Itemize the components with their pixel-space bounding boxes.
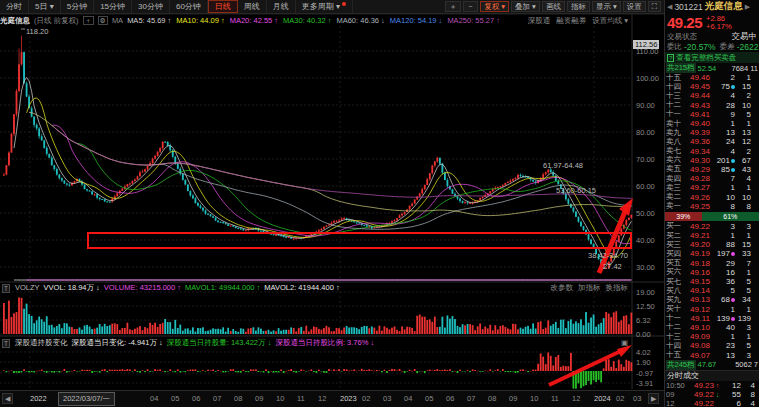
indicator-axis-label: 1.90 (636, 358, 651, 367)
time-axis-tick: 2024 (594, 394, 611, 403)
sell-depth-tag: 共215档 (666, 63, 696, 73)
toolbar-button[interactable]: 复权 ▾ (480, 1, 509, 12)
price-axis-label: 50.00 (636, 209, 655, 218)
prev-stock-icon[interactable]: ◀ (667, 3, 672, 11)
chart-symbol-name: 光庭信息 (0, 16, 30, 26)
time-axis-tick: 02 (362, 394, 370, 403)
sell-extra: 11 (750, 64, 758, 73)
period-tab-周线[interactable]: 周线 (238, 0, 267, 13)
tool-icon[interactable]: T (2, 339, 10, 348)
buy-total-vol: 5062 (735, 360, 752, 369)
time-axis-tick: 07 (467, 394, 475, 403)
chart-annotation: 27.42 (603, 262, 622, 271)
stock-name: 光庭信息 (705, 0, 743, 13)
chart-annotation: 61.97-64.48 (543, 161, 583, 170)
period-tab-15分钟[interactable]: 15分钟 (94, 0, 132, 13)
buy-ratio: 39% (665, 212, 702, 221)
chart-header: 光庭信息 (日线 前复权) ＋ ⚙ MA MA5: 45.69 ↑MA10: 4… (0, 15, 632, 26)
toolbar-button[interactable]: 指标 (567, 1, 590, 12)
time-axis-tick: 09 (255, 394, 263, 403)
trading-app-window: 分时5日 ▾5分钟15分钟30分钟60分钟日线周线月线更多周期 ▾ ＋－复权 ▾… (0, 0, 759, 407)
period-tab-60分钟[interactable]: 60分钟 (170, 0, 208, 13)
period-tab-30分钟[interactable]: 30分钟 (132, 0, 170, 13)
axis-max-price-tag: 112.56 (633, 40, 659, 49)
time-axis-tick: 10 (276, 394, 284, 403)
time-axis-tick: 03 (633, 394, 641, 403)
period-toolbar: 分时5日 ▾5分钟15分钟30分钟60分钟日线周线月线更多周期 ▾ ＋－复权 ▾… (0, 0, 664, 14)
chart-mode-label: (日线 前复权) (34, 16, 79, 26)
status-label: 交易状态 (667, 32, 697, 42)
toolbar-button[interactable]: － (463, 1, 479, 12)
toolbar-button[interactable]: ⛶ (648, 1, 661, 12)
pane-header-field: VVOL: 18.94万 ↓ (44, 283, 100, 293)
pane-link[interactable]: 换指标 (606, 283, 629, 293)
stock-code: 301221 (674, 2, 702, 12)
indicator-pane-expand[interactable]: ▣ (621, 338, 628, 347)
time-axis-tick: 09 (509, 394, 517, 403)
period-tab-5分钟[interactable]: 5分钟 (61, 0, 94, 13)
gear-icon[interactable]: ⚙ (98, 16, 108, 25)
time-axis-tick: 11 (297, 394, 305, 403)
time-axis-tick: 02 (616, 394, 624, 403)
sell-queue: 十五49.4621十四49.457515十三49.4442十二49.432810… (665, 73, 759, 211)
chart-tool-buttons: ＋－复权 ▾叠加 ▾画线指标显示 ▾设置⛶ (445, 1, 664, 12)
time-axis: ◀ 2022/03/07/一 2022040506070809101112202… (0, 390, 664, 407)
ma-value: MA5: 45.69 ↑ (127, 16, 171, 25)
trade-row: 0949.22↓558 (665, 390, 759, 399)
indicator-axis-label: -3.91 (636, 379, 653, 388)
buy-extra: 7 (754, 360, 758, 369)
price-axis-label: 70.00 (636, 155, 655, 164)
toolbar-button[interactable]: 画线 (542, 1, 565, 12)
tick-trades-header[interactable]: 分时成交 (665, 370, 759, 381)
weicha-value: -2622 (737, 42, 759, 52)
period-tab-月线[interactable]: 月线 (267, 0, 296, 13)
chart-annotation: 118.20 (26, 27, 48, 36)
header-link[interactable]: 设置均线 ▾ (592, 16, 628, 26)
time-axis-tick: 06 (446, 394, 454, 403)
toolbar-button[interactable]: 叠加 ▾ (511, 1, 540, 12)
scroll-right-button[interactable]: ▶ (648, 393, 659, 404)
time-axis-tick: 07 (213, 394, 221, 403)
order-row[interactable]: 卖一49.2588 (665, 202, 759, 211)
next-stock-icon[interactable]: ▶ (745, 3, 750, 11)
period-tab-5日[interactable]: 5日 ▾ (29, 0, 61, 13)
full-orderbook-link[interactable]: ? 查看完整档买卖盘 (665, 52, 759, 63)
scroll-left-button[interactable]: ◀ (2, 393, 13, 404)
buy-summary-row: 共245档 47.67 5062 7 (665, 360, 759, 370)
sell-total-vol: 7684 (732, 64, 749, 73)
ma-group-label: MA (112, 16, 123, 25)
trade-status-row: 交易状态 交易中 (665, 32, 759, 42)
toolbar-button[interactable]: 显示 ▾ (592, 1, 621, 12)
chart-header-links: 深股通融资融券设置均线 ▾ (528, 16, 632, 26)
ma-value: MA30: 40.32 ↑ (283, 16, 331, 25)
time-axis-tick: 08 (488, 394, 496, 403)
pane-link[interactable]: 加指标 (578, 283, 601, 293)
period-tab-更多周期[interactable]: 更多周期 ▾ (296, 0, 353, 13)
sell-ratio: 61% (702, 212, 759, 221)
period-tab-分时[interactable]: 分时 (0, 0, 29, 13)
pane-header-field: 深股通当日变化: -4.941万 ↓ (71, 338, 162, 348)
trade-row: 10:5049.23↑124 (665, 381, 759, 390)
tool-icon[interactable]: T (2, 284, 10, 293)
weibi-row: 委比 -20.57% 委差 -2622 (665, 42, 759, 52)
time-axis-tick: 06 (192, 394, 200, 403)
pane-link[interactable]: 改参数 (551, 283, 574, 293)
period-tabs: 分时5日 ▾5分钟15分钟30分钟60分钟日线周线月线更多周期 ▾ (0, 0, 353, 13)
indicator-axis-label: 4.02 (636, 348, 651, 357)
price-change-pct: +6.17% (706, 23, 732, 31)
toolbar-button[interactable]: 设置 (623, 1, 646, 12)
toolbar-button[interactable]: ＋ (445, 1, 461, 12)
time-axis-tick: 03 (383, 394, 391, 403)
order-row[interactable]: 十五49.07133 (665, 350, 759, 359)
volume-pane-header: T VOLZYVVOL: 18.94万 ↓VOLUME: 43215.000 ↑… (2, 283, 340, 293)
quote-panel: ◀ 301221 光庭信息 ▶ 49.25 +2.86 +6.17% 交易状态 … (664, 0, 759, 407)
header-link[interactable]: 融资融券 (556, 16, 586, 26)
time-axis-tick: 11 (551, 394, 559, 403)
quote-title: ◀ 301221 光庭信息 ▶ (665, 0, 759, 13)
period-tab-日线[interactable]: 日线 (208, 0, 238, 13)
help-icon: ? (667, 54, 674, 62)
add-indicator-icon[interactable]: ＋ (83, 16, 94, 25)
header-link[interactable]: 深股通 (528, 16, 551, 26)
buy-sell-ratio-bar: 39% 61% (665, 212, 759, 221)
ma-value: MA60: 46.36 ↓ (336, 16, 384, 25)
